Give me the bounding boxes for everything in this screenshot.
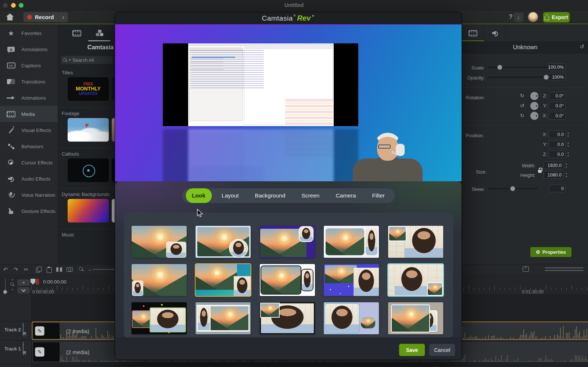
scrollbar[interactable] [545, 267, 584, 268]
search-filter-dropdown-icon[interactable]: ▼ [68, 58, 71, 62]
look-thumbnail-confetti-black-screen-camera[interactable] [132, 302, 187, 334]
titles-thumbnail-partial[interactable] [112, 77, 115, 101]
position-value[interactable]: 0.0 [549, 131, 566, 138]
zoom-icon[interactable] [76, 264, 86, 274]
tab-visual-properties[interactable] [462, 25, 484, 41]
sidebar-item-media[interactable]: Media [0, 106, 58, 122]
properties-button[interactable]: ⚙ Properties [530, 247, 571, 257]
home-button[interactable] [4, 12, 15, 22]
rotation-knob[interactable] [530, 102, 538, 110]
skew-value[interactable]: 0 [549, 185, 566, 192]
timeline-zoom-icon[interactable] [10, 282, 14, 286]
record-button[interactable]: Record › [24, 12, 68, 22]
opacity-value[interactable]: 100% [549, 73, 566, 81]
height-stepper[interactable]: ▲▼ [564, 171, 568, 179]
cancel-button[interactable]: Cancel [429, 344, 455, 356]
zoom-out-arrow-icon[interactable]: ▼ [11, 289, 14, 291]
rotation-value[interactable]: 0.0° [549, 112, 566, 120]
look-thumbnail-screen-camera-on-teal-selected[interactable] [196, 264, 251, 296]
look-thumbnail-framed-screen-camera-circle[interactable] [196, 226, 251, 258]
tab-media-library[interactable] [65, 25, 88, 41]
save-button[interactable]: Save [399, 344, 425, 356]
callouts-thumbnail-partial[interactable] [112, 158, 115, 182]
opacity-slider[interactable] [488, 76, 548, 78]
sidebar-item-visual-effects[interactable]: Visual Effects [0, 122, 58, 138]
search-box[interactable]: ▼ [61, 56, 112, 64]
look-thumbnail-screen-card-camera-behind[interactable] [388, 302, 443, 334]
rotation-knob[interactable] [530, 112, 538, 120]
sidebar-item-behaviors[interactable]: Behaviors [0, 138, 58, 154]
tab-camtasia-assets[interactable] [88, 25, 111, 41]
detach-timeline-icon[interactable] [523, 266, 529, 272]
scrollbar[interactable] [545, 270, 584, 271]
tab-audio-properties[interactable] [484, 25, 506, 41]
sidebar-item-audio-effects[interactable]: Audio Effects [0, 171, 58, 187]
position-stepper[interactable]: ▲▼ [566, 140, 570, 148]
look-thumbnail-confetti-blue-screen-camera[interactable] [324, 264, 379, 296]
look-thumbnail-laptop-frame-phone-camera[interactable] [260, 264, 315, 296]
look-thumbnail-camera-cyan-frame-screen-pip[interactable] [388, 264, 443, 296]
collapse-tracks-button[interactable] [17, 287, 30, 293]
sidebar-item-cursor-effects[interactable]: Cursor Effects [0, 154, 58, 171]
look-thumbnail-camera-card-screen-pip-lavender[interactable] [324, 302, 379, 334]
scale-slider[interactable] [488, 67, 548, 68]
footage-thumbnail[interactable] [68, 118, 109, 142]
rev-tab-camera[interactable]: Camera [329, 188, 362, 203]
width-value[interactable]: 1920.0 [544, 161, 563, 169]
sidebar-item-favorites[interactable]: Favorites [0, 25, 58, 41]
download-button[interactable]: ↓ [514, 13, 523, 22]
edit-clip-button[interactable]: ✎ [35, 326, 44, 336]
sidebar-item-transitions[interactable]: Transitions [0, 74, 58, 90]
add-track-button[interactable]: ＋ [17, 279, 30, 286]
rev-tab-background[interactable]: Background [249, 188, 292, 203]
sidebar-item-voice-narration[interactable]: Voice Narration [0, 187, 58, 203]
opacity-slider-knob[interactable] [544, 75, 549, 80]
sidebar-item-annotations[interactable]: aAnnotations [0, 41, 58, 57]
position-value[interactable]: 0.0 [549, 150, 566, 158]
look-thumbnail-screen-on-purple-camera-top-right[interactable] [260, 226, 315, 258]
width-stepper[interactable]: ▲▼ [564, 161, 568, 169]
look-thumbnail-screen-full-camera-bottom-right[interactable] [132, 226, 187, 258]
position-stepper[interactable]: ▲▼ [566, 131, 570, 138]
rotate-z-icon[interactable]: ↻ [520, 93, 524, 99]
rev-tab-layout[interactable]: Layout [215, 188, 245, 203]
lock-aspect-icon[interactable] [538, 168, 542, 173]
sidebar-item-animations[interactable]: Animations [0, 90, 58, 106]
callouts-thumbnail[interactable] [68, 158, 109, 182]
undo-icon[interactable]: ↶ [1, 264, 10, 274]
titles-thumbnail[interactable]: FREE MONTHLY UPDATES [68, 77, 109, 101]
sidebar-item-captions[interactable]: CCCaptions [0, 57, 58, 74]
footage-thumbnail-partial[interactable] [112, 118, 115, 142]
redo-icon[interactable]: ↷ [11, 264, 21, 274]
rotation-knob[interactable] [530, 92, 538, 100]
record-options-button[interactable]: › [58, 12, 68, 22]
scale-slider-knob[interactable] [497, 65, 502, 70]
zoom-in-arrow-icon[interactable]: ▲ [11, 278, 14, 281]
rev-tab-look[interactable]: Look [186, 188, 212, 203]
dynamic-background-thumbnail[interactable] [68, 199, 109, 222]
rotate-x-icon[interactable]: ↻ [520, 113, 524, 118]
cut-icon[interactable]: ✂ [21, 264, 31, 274]
screenshot-icon[interactable] [65, 264, 74, 274]
height-value[interactable]: 1080.0 [544, 171, 563, 179]
look-thumbnail-screen-full-camera-bottom-left[interactable] [132, 264, 187, 296]
sidebar-item-gesture-effects[interactable]: Gesture Effects [0, 203, 58, 219]
dynamic-background-thumbnail-partial[interactable] [112, 199, 115, 222]
reset-properties-icon[interactable]: ↺ [580, 43, 584, 50]
rotation-value[interactable]: 0.0° [549, 92, 566, 100]
avatar[interactable] [528, 12, 538, 22]
search-input[interactable] [72, 57, 109, 63]
position-stepper[interactable]: ▲▼ [566, 150, 570, 158]
export-button[interactable]: Export [543, 12, 570, 22]
look-thumbnail-white-panel-camera-left-screen-right[interactable] [196, 302, 251, 334]
scale-value[interactable]: 100.0% [549, 63, 566, 71]
rotation-value[interactable]: 0.0° [549, 102, 566, 110]
paste-icon[interactable] [44, 264, 54, 274]
skew-slider[interactable] [488, 188, 538, 189]
skew-slider-knob[interactable] [510, 186, 515, 191]
look-thumbnail-white-card-screen-camera-strip[interactable] [324, 226, 379, 258]
edit-clip-button[interactable]: ✎ [35, 347, 44, 357]
split-icon[interactable] [54, 264, 64, 274]
rotate-y-icon[interactable]: ↺ [520, 103, 524, 108]
timeline-zoom-slider[interactable] [93, 269, 118, 270]
